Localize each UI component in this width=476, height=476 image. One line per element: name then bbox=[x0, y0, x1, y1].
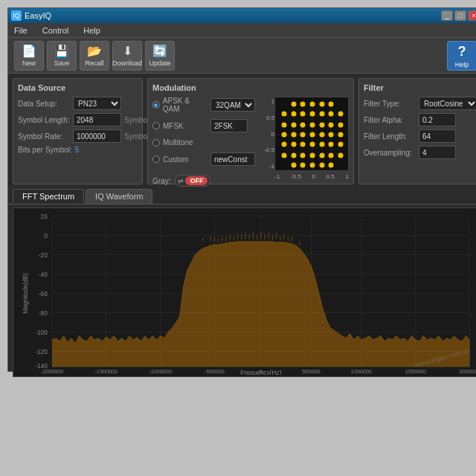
svg-point-11 bbox=[282, 112, 287, 117]
data-setup-select[interactable]: PN23 bbox=[73, 97, 121, 110]
svg-point-44 bbox=[329, 153, 334, 158]
custom-radio[interactable] bbox=[152, 155, 160, 163]
custom-input[interactable] bbox=[210, 152, 255, 166]
svg-point-41 bbox=[300, 153, 306, 158]
constellation-x-labels: -1 -0.5 0 0.5 1 bbox=[274, 173, 349, 180]
maximize-button[interactable]: □ bbox=[454, 10, 466, 21]
constellation-container: 1 0.5 0 -0.5 -1 bbox=[261, 97, 349, 187]
filter-length-label: Filter Length: bbox=[364, 132, 416, 141]
svg-text:0: 0 bbox=[44, 232, 48, 239]
filter-length-input[interactable] bbox=[419, 129, 456, 143]
update-button[interactable]: 🔄 Update bbox=[145, 41, 175, 71]
svg-point-8 bbox=[310, 102, 315, 107]
apsk-qam-row: APSK & QAM 32QAM bbox=[152, 97, 255, 113]
svg-point-28 bbox=[310, 132, 315, 138]
recall-button[interactable]: 📂 Recall bbox=[80, 41, 109, 71]
svg-text:-80: -80 bbox=[39, 309, 48, 317]
svg-point-26 bbox=[292, 132, 297, 138]
svg-point-43 bbox=[320, 153, 325, 158]
symbol-length-row: Symbol Length: Symbol bbox=[18, 113, 138, 126]
svg-point-12 bbox=[292, 112, 297, 117]
gray-label: Gray: bbox=[152, 177, 170, 185]
symbol-rate-row: Symbol Rate: Symbol/s bbox=[18, 129, 138, 143]
mfsk-radio[interactable] bbox=[152, 122, 160, 129]
svg-point-6 bbox=[292, 102, 297, 107]
apsk-qam-radio[interactable] bbox=[152, 101, 160, 109]
save-button[interactable]: 💾 Save bbox=[47, 41, 77, 71]
new-icon: 📄 bbox=[22, 44, 36, 58]
chart-area: 20 0 -20 -40 -60 -80 -100 -120 -140 -200… bbox=[13, 208, 476, 377]
oversampling-input[interactable] bbox=[419, 146, 456, 159]
svg-point-10 bbox=[329, 102, 334, 107]
mfsk-input[interactable] bbox=[210, 119, 248, 132]
download-icon: ⬇ bbox=[123, 44, 132, 58]
data-source-panel: Data Source Data Setup: PN23 Symbol Leng… bbox=[13, 78, 143, 184]
multitone-radio[interactable] bbox=[152, 139, 160, 147]
multitone-label: Multitone bbox=[163, 138, 193, 147]
app-icon: IQ bbox=[11, 10, 22, 21]
custom-label: Custom bbox=[163, 155, 208, 164]
save-icon: 💾 bbox=[54, 44, 69, 58]
svg-point-21 bbox=[310, 123, 315, 128]
constellation-y-labels: 1 0.5 0 -0.5 -1 bbox=[261, 97, 274, 171]
modulation-options: APSK & QAM 32QAM MFSK Multitone bbox=[152, 97, 255, 187]
mfsk-label: MFSK bbox=[163, 122, 208, 130]
svg-point-9 bbox=[320, 102, 325, 107]
mfsk-row: MFSK bbox=[152, 119, 255, 132]
qam-select[interactable]: 32QAM bbox=[210, 98, 255, 112]
tab-iq-waveform[interactable]: IQ Waveform bbox=[86, 189, 152, 204]
tab-fft-spectrum[interactable]: FFT Spectrum bbox=[13, 189, 84, 204]
menu-file[interactable]: File bbox=[11, 25, 30, 36]
svg-point-16 bbox=[329, 112, 334, 117]
svg-point-27 bbox=[300, 132, 306, 138]
close-button[interactable]: × bbox=[468, 10, 476, 21]
gray-row: Gray: ⇄ OFF bbox=[152, 175, 255, 187]
menu-control[interactable]: Control bbox=[39, 25, 71, 36]
svg-text:-1500000: -1500000 bbox=[94, 368, 118, 375]
tabs-row: FFT Spectrum IQ Waveform bbox=[8, 189, 476, 205]
toolbar: 📄 New 💾 Save 📂 Recall ⬇ Download 🔄 Updat… bbox=[8, 38, 476, 74]
download-button[interactable]: ⬇ Download bbox=[112, 41, 142, 71]
svg-text:1000000: 1000000 bbox=[351, 368, 372, 375]
svg-text:500000: 500000 bbox=[302, 368, 320, 375]
svg-text:-20: -20 bbox=[39, 251, 48, 259]
svg-text:-2000000: -2000000 bbox=[41, 368, 64, 375]
svg-text:20: 20 bbox=[41, 213, 48, 220]
svg-point-34 bbox=[300, 142, 306, 147]
gray-toggle-button[interactable]: OFF bbox=[185, 176, 208, 185]
svg-point-24 bbox=[338, 123, 344, 128]
apsk-qam-label: APSK & QAM bbox=[163, 97, 208, 113]
new-button[interactable]: 📄 New bbox=[14, 41, 44, 71]
svg-point-50 bbox=[329, 163, 334, 168]
modulation-title: Modulation bbox=[152, 83, 349, 92]
symbol-unit: Symbol bbox=[124, 116, 149, 124]
svg-point-49 bbox=[320, 163, 325, 168]
filter-type-row: Filter Type: RootCosine bbox=[364, 97, 476, 110]
svg-point-29 bbox=[320, 132, 325, 138]
svg-point-30 bbox=[329, 132, 334, 138]
svg-point-31 bbox=[338, 132, 344, 138]
help-button[interactable]: ? Help bbox=[447, 41, 476, 71]
top-panels: Data Source Data Setup: PN23 Symbol Leng… bbox=[8, 74, 476, 189]
menu-help[interactable]: Help bbox=[80, 25, 103, 36]
svg-text:-40: -40 bbox=[39, 271, 48, 278]
svg-point-7 bbox=[300, 102, 306, 107]
symbol-length-input[interactable] bbox=[73, 113, 121, 126]
data-source-title: Data Source bbox=[18, 83, 138, 92]
svg-text:-120: -120 bbox=[35, 348, 48, 356]
svg-point-40 bbox=[292, 153, 297, 158]
svg-point-17 bbox=[338, 112, 344, 117]
svg-point-36 bbox=[320, 142, 325, 147]
filter-panel: Filter Filter Type: RootCosine Filter Al… bbox=[358, 78, 476, 184]
filter-alpha-input[interactable] bbox=[419, 113, 456, 126]
svg-point-45 bbox=[338, 153, 344, 158]
symbol-rate-input[interactable] bbox=[73, 129, 121, 143]
filter-type-select[interactable]: RootCosine bbox=[419, 97, 476, 110]
oversampling-row: Oversampling: bbox=[364, 146, 476, 159]
svg-point-46 bbox=[292, 163, 297, 168]
data-setup-row: Data Setup: PN23 bbox=[18, 97, 138, 110]
title-bar-left: IQ EasyIQ bbox=[11, 10, 51, 21]
gray-toggle-container[interactable]: ⇄ OFF bbox=[175, 175, 210, 187]
custom-row: Custom bbox=[152, 152, 255, 166]
minimize-button[interactable]: _ bbox=[441, 10, 453, 21]
